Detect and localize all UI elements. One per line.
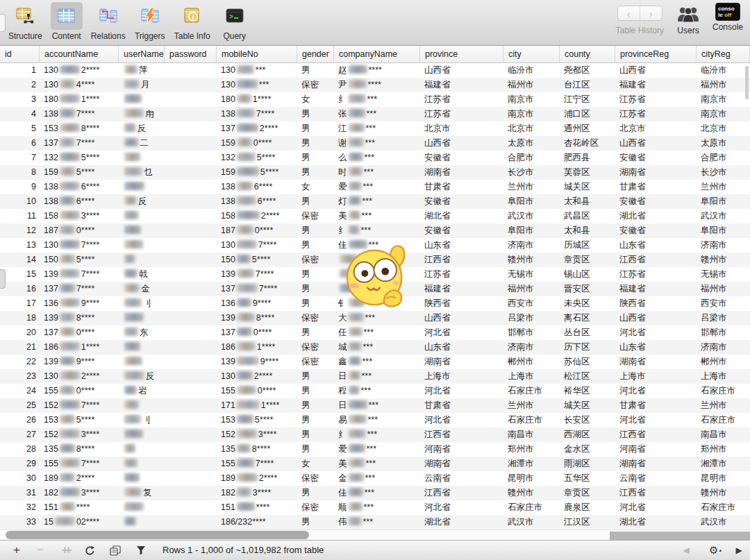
- cell-cityReg[interactable]: 石家庄市: [697, 413, 750, 427]
- column-header-county[interactable]: county: [560, 46, 615, 62]
- cell-provinceReg[interactable]: 山西省: [615, 136, 697, 151]
- table-row[interactable]: 111583****1582****保密美***湖北省武汉市武昌区湖北省武汉市: [0, 209, 750, 223]
- table-row[interactable]: 71325****1325****男么***安徽省合肥市肥西县安徽省合肥市: [0, 151, 750, 165]
- cell-provinceReg[interactable]: 河北省: [615, 384, 697, 398]
- cell-cityReg[interactable]: 邯郸市: [697, 325, 750, 340]
- cell-companyName[interactable]: 佳***: [334, 238, 420, 253]
- cell-companyName[interactable]: 尹****: [334, 78, 420, 92]
- cell-userName[interactable]: [119, 151, 165, 165]
- cell-companyName[interactable]: 日***: [334, 398, 420, 413]
- cell-cityReg[interactable]: 北京市: [697, 121, 750, 136]
- cell-password[interactable]: [165, 253, 217, 267]
- cell-county[interactable]: 杏花岭区: [560, 136, 615, 151]
- cell-mobileNo[interactable]: 1892****: [217, 471, 297, 486]
- cell-cityReg[interactable]: 南京市: [697, 107, 750, 121]
- cell-cityReg[interactable]: 石家庄市: [697, 384, 750, 398]
- horizontal-scrollbar-thumb[interactable]: [6, 531, 309, 539]
- cell-id[interactable]: 27: [0, 427, 40, 442]
- cell-accountName[interactable]: 1397****: [40, 267, 119, 282]
- cell-provinceReg[interactable]: 湖南省: [615, 355, 697, 369]
- cell-city[interactable]: 石家庄市: [503, 384, 560, 398]
- cell-mobileNo[interactable]: 186/232****: [217, 515, 297, 529]
- cell-mobileNo[interactable]: 1582****: [217, 209, 297, 223]
- cell-county[interactable]: 苏仙区: [560, 355, 615, 369]
- table-row[interactable]: 101386****反1386****男灯***安徽省阜阳市太和县安徽省阜阳市: [0, 194, 750, 209]
- cell-county[interactable]: 历城区: [560, 238, 615, 253]
- table-row[interactable]: 81595****乜1595****男时***湖南省长沙市芙蓉区湖南省长沙市: [0, 165, 750, 180]
- cell-companyName[interactable]: 任***: [334, 325, 420, 340]
- cell-city[interactable]: 济南市: [503, 340, 560, 355]
- cell-password[interactable]: [165, 151, 217, 165]
- cell-county[interactable]: 锡山区: [560, 267, 615, 282]
- cell-city[interactable]: 邯郸市: [503, 325, 560, 340]
- cell-city[interactable]: 北京市: [503, 121, 560, 136]
- cell-password[interactable]: [165, 78, 217, 92]
- cell-province[interactable]: 山东省: [420, 238, 503, 253]
- cell-companyName[interactable]: 易***: [334, 413, 420, 427]
- cell-accountName[interactable]: 1870****: [40, 223, 119, 238]
- cell-id[interactable]: 23: [0, 369, 40, 384]
- cell-provinceReg[interactable]: 陕西省: [615, 296, 697, 311]
- cell-userName[interactable]: [119, 471, 165, 486]
- cell-province[interactable]: 江苏省: [420, 267, 503, 282]
- table-row[interactable]: 271523****1523****男纟***江西省南昌市西湖区江西省南昌市: [0, 427, 750, 442]
- cell-userName[interactable]: 刂: [119, 296, 165, 311]
- table-settings-button[interactable]: ⚙▴: [707, 541, 724, 560]
- cell-county[interactable]: 金水区: [560, 442, 615, 457]
- refresh-button[interactable]: [82, 541, 97, 560]
- cell-password[interactable]: [165, 340, 217, 355]
- cell-companyName[interactable]: 城***: [334, 340, 420, 355]
- cell-province[interactable]: 江西省: [420, 253, 503, 267]
- cell-password[interactable]: [165, 457, 217, 471]
- cell-cityReg[interactable]: 福州市: [697, 78, 750, 92]
- cell-password[interactable]: [165, 121, 217, 136]
- cell-gender[interactable]: 男: [297, 398, 334, 413]
- cell-cityReg[interactable]: 武汉市: [697, 515, 750, 529]
- table-row[interactable]: 61377****二1590****男谢***山西省太原市杏花岭区山西省太原市: [0, 136, 750, 151]
- cell-province[interactable]: 河北省: [420, 384, 503, 398]
- cell-companyName[interactable]: 顺***: [334, 500, 420, 515]
- cell-id[interactable]: 24: [0, 384, 40, 398]
- cell-password[interactable]: [165, 296, 217, 311]
- cell-province[interactable]: 福建省: [420, 78, 503, 92]
- cell-gender[interactable]: 女: [297, 457, 334, 471]
- cell-county[interactable]: 芙蓉区: [560, 165, 615, 180]
- cell-city[interactable]: 阜阳市: [503, 223, 560, 238]
- cell-id[interactable]: 7: [0, 151, 40, 165]
- cell-provinceReg[interactable]: 湖南省: [615, 457, 697, 471]
- table-row[interactable]: 211861****1861****保密城***山东省济南市历下区山东省济南市: [0, 340, 750, 355]
- cell-mobileNo[interactable]: 1377****: [217, 282, 297, 296]
- cell-accountName[interactable]: 1538****: [40, 121, 119, 136]
- cell-password[interactable]: [165, 413, 217, 427]
- cell-companyName[interactable]: 么***: [334, 151, 420, 165]
- cell-city[interactable]: 福州市: [503, 78, 560, 92]
- cell-id[interactable]: 11: [0, 209, 40, 223]
- cell-mobileNo[interactable]: 1370****: [217, 325, 297, 340]
- cell-gender[interactable]: 男: [297, 238, 334, 253]
- cell-provinceReg[interactable]: 江西省: [615, 427, 697, 442]
- cell-password[interactable]: [165, 92, 217, 107]
- cell-mobileNo[interactable]: 1801****: [217, 92, 297, 107]
- cell-mobileNo[interactable]: 1550****: [217, 384, 297, 398]
- cell-provinceReg[interactable]: 福建省: [615, 78, 697, 92]
- cell-gender[interactable]: 男: [297, 121, 334, 136]
- cell-mobileNo[interactable]: 1557****: [217, 457, 297, 471]
- cell-cityReg[interactable]: 西安市: [697, 296, 750, 311]
- prev-page-button[interactable]: ◀: [679, 541, 693, 560]
- cell-id[interactable]: 17: [0, 296, 40, 311]
- cell-provinceReg[interactable]: 安徽省: [615, 194, 697, 209]
- cell-password[interactable]: [165, 267, 217, 282]
- cell-city[interactable]: 太原市: [503, 136, 560, 151]
- cell-mobileNo[interactable]: 1386****: [217, 194, 297, 209]
- cell-userName[interactable]: 甪: [119, 107, 165, 121]
- column-header-accountName[interactable]: accountName: [40, 46, 119, 62]
- cell-id[interactable]: 16: [0, 282, 40, 296]
- cell-mobileNo[interactable]: 1397****: [217, 267, 297, 282]
- cell-accountName[interactable]: 1304****: [40, 78, 119, 92]
- cell-provinceReg[interactable]: 山东省: [615, 238, 697, 253]
- cell-password[interactable]: [165, 136, 217, 151]
- cell-accountName[interactable]: 1583****: [40, 209, 119, 223]
- cell-password[interactable]: [165, 427, 217, 442]
- table-row[interactable]: 121870****1870****男纟***安徽省阜阳市太和县安徽省阜阳市: [0, 223, 750, 238]
- cell-userName[interactable]: [119, 340, 165, 355]
